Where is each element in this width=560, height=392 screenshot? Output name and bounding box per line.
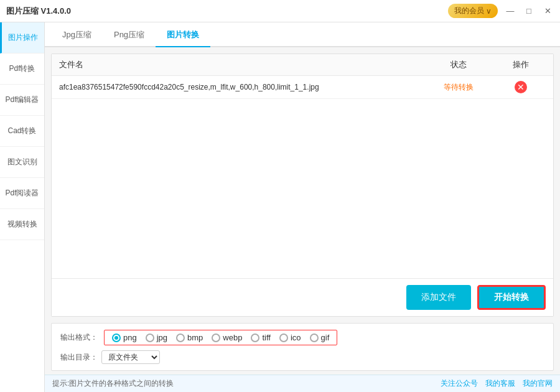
sidebar-item-video-convert[interactable]: 视频转换 xyxy=(0,209,44,240)
sidebar-item-pdf-convert[interactable]: Pdf转换 xyxy=(0,54,44,85)
member-label: 我的会员 xyxy=(454,6,484,16)
sidebar-label-cad-convert: Cad转换 xyxy=(7,126,36,136)
minimize-button[interactable]: — xyxy=(504,5,516,17)
radio-bmp-circle xyxy=(176,334,185,342)
link-official-site[interactable]: 我的官网 xyxy=(523,378,553,389)
tab-png-compress[interactable]: Png压缩 xyxy=(103,24,156,47)
sidebar-label-pdf-editor: Pdf编辑器 xyxy=(5,95,39,105)
sidebar-label-pdf-convert: Pdf转换 xyxy=(9,63,35,74)
tab-png-compress-label: Png压缩 xyxy=(114,29,144,40)
col-header-filename: 文件名 xyxy=(59,59,421,70)
tab-jpg-compress[interactable]: Jpg压缩 xyxy=(51,24,103,47)
radio-png-circle xyxy=(112,334,121,342)
content-area: Jpg压缩 Png压缩 图片转换 文件名 状态 操作 afc1ea8376515… xyxy=(45,22,560,392)
bottom-actions: 添加文件 开始转换 xyxy=(52,278,553,316)
radio-gif-circle xyxy=(310,334,319,342)
app-title: 图片压缩 V1.4.0.0 xyxy=(6,6,71,17)
format-bmp[interactable]: bmp xyxy=(176,333,203,342)
format-options: png jpg bmp webp xyxy=(104,330,337,345)
member-chevron: ∨ xyxy=(486,7,492,16)
format-webp[interactable]: webp xyxy=(212,333,242,342)
tab-image-convert[interactable]: 图片转换 xyxy=(156,24,210,47)
format-webp-label: webp xyxy=(223,333,242,342)
file-name-cell: afc1ea8376515472fe590fccd42a20c5_resize,… xyxy=(59,83,421,91)
format-png[interactable]: png xyxy=(112,333,137,342)
link-follow-public[interactable]: 关注公众号 xyxy=(441,378,478,389)
start-convert-button[interactable]: 开始转换 xyxy=(477,285,546,310)
format-jpg-label: jpg xyxy=(157,333,167,342)
sidebar-label-image-ops: 图片操作 xyxy=(8,32,38,43)
sidebar-label-video-convert: 视频转换 xyxy=(7,219,37,230)
table-row: afc1ea8376515472fe590fccd42a20c5_resize,… xyxy=(52,76,553,99)
col-header-status: 状态 xyxy=(421,59,496,70)
restore-button[interactable]: □ xyxy=(523,5,535,17)
format-tiff-label: tiff xyxy=(262,333,271,342)
title-bar: 图片压缩 V1.4.0.0 我的会员 ∨ — □ ✕ xyxy=(0,0,560,22)
output-format-label: 输出格式： xyxy=(60,332,98,343)
sidebar-label-ocr: 图文识别 xyxy=(7,157,37,167)
format-jpg[interactable]: jpg xyxy=(146,333,167,342)
sidebar-item-ocr[interactable]: 图文识别 xyxy=(0,147,44,178)
status-hint: 提示:图片文件的各种格式之间的转换 xyxy=(52,378,174,389)
output-dir-label: 输出目录： xyxy=(60,352,98,363)
delete-file-icon[interactable]: ✕ xyxy=(515,81,527,93)
link-customer-service[interactable]: 我的客服 xyxy=(485,378,515,389)
radio-jpg-circle xyxy=(146,334,154,342)
format-bmp-label: bmp xyxy=(187,333,203,342)
sidebar-item-cad-convert[interactable]: Cad转换 xyxy=(0,116,44,147)
format-ico[interactable]: ico xyxy=(279,333,301,342)
format-row: 输出格式： png jpg bmp xyxy=(60,330,544,345)
member-button[interactable]: 我的会员 ∨ xyxy=(448,4,498,18)
status-bar: 提示:图片文件的各种格式之间的转换 关注公众号 我的客服 我的官网 xyxy=(45,375,560,392)
table-header: 文件名 状态 操作 xyxy=(52,54,553,76)
format-area: 输出格式： png jpg bmp xyxy=(51,323,554,371)
file-action-cell: ✕ xyxy=(496,81,546,93)
format-tiff[interactable]: tiff xyxy=(251,333,271,342)
radio-ico-circle xyxy=(279,334,288,342)
add-file-button[interactable]: 添加文件 xyxy=(406,285,471,310)
col-header-action: 操作 xyxy=(496,59,546,70)
sidebar-item-pdf-reader[interactable]: Pdf阅读器 xyxy=(0,178,44,209)
status-bar-links: 关注公众号 我的客服 我的官网 xyxy=(441,378,553,389)
sidebar-label-pdf-reader: Pdf阅读器 xyxy=(5,188,39,198)
main-layout: 图片操作 Pdf转换 Pdf编辑器 Cad转换 图文识别 Pdf阅读器 视频转换… xyxy=(0,22,560,392)
format-gif[interactable]: gif xyxy=(310,333,330,342)
format-png-label: png xyxy=(123,333,137,342)
sidebar-item-image-ops[interactable]: 图片操作 xyxy=(0,22,44,54)
close-button[interactable]: ✕ xyxy=(541,5,554,17)
radio-tiff-circle xyxy=(251,334,259,342)
tab-jpg-compress-label: Jpg压缩 xyxy=(62,29,91,40)
output-dir-select[interactable]: 原文件夹 xyxy=(101,350,160,364)
format-gif-label: gif xyxy=(321,333,330,342)
radio-webp-circle xyxy=(212,334,220,342)
output-dir-row: 输出目录： 原文件夹 xyxy=(60,350,544,364)
sidebar: 图片操作 Pdf转换 Pdf编辑器 Cad转换 图文识别 Pdf阅读器 视频转换 xyxy=(0,22,45,392)
panel-spacer xyxy=(52,99,553,278)
file-status-cell: 等待转换 xyxy=(421,82,496,93)
file-panel: 文件名 状态 操作 afc1ea8376515472fe590fccd42a20… xyxy=(51,54,554,317)
format-ico-label: ico xyxy=(291,333,301,342)
tab-bar: Jpg压缩 Png压缩 图片转换 xyxy=(45,22,560,47)
tab-image-convert-label: 图片转换 xyxy=(167,29,199,40)
title-bar-controls: 我的会员 ∨ — □ ✕ xyxy=(448,4,554,18)
sidebar-item-pdf-editor[interactable]: Pdf编辑器 xyxy=(0,85,44,116)
